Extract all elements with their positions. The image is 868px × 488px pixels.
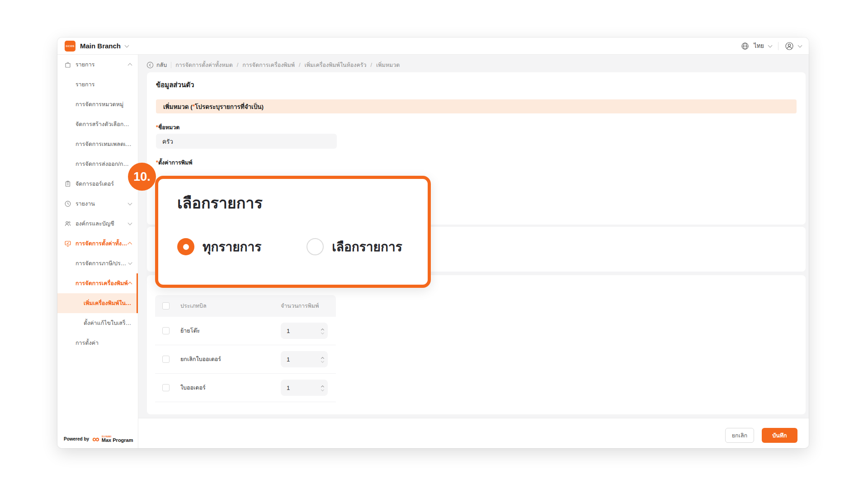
sidebar-item-menu-template[interactable]: การจัดการเทมเพลตเมนู	[57, 134, 138, 154]
bill-type-name: ใบออเดอร์	[177, 383, 281, 392]
print-count-stepper[interactable]: 1	[281, 351, 328, 367]
sidebar-item-items[interactable]: รายการ	[57, 55, 138, 75]
section-title: ข้อมูลส่วนตัว	[156, 80, 194, 90]
sidebar-item-reports[interactable]: รายงาน	[57, 194, 138, 214]
user-avatar-icon[interactable]	[785, 42, 794, 51]
table-row: ยกเลิกใบออเดอร์ 1	[155, 345, 336, 374]
max-program-logo-icon: ∞	[92, 436, 99, 442]
account-chevron-down-icon[interactable]	[798, 43, 802, 47]
radio-option-all-items[interactable]: ทุกรายการ	[177, 237, 261, 257]
sidebar-item-label: การจัดการเครื่องพิมพ์	[75, 279, 128, 288]
breadcrumb-separator: /	[371, 62, 372, 68]
radio-unselected-icon[interactable]	[307, 238, 324, 255]
language-label[interactable]: ไทย	[754, 41, 764, 51]
radio-label: เลือกรายการ	[332, 237, 402, 257]
clipboard-icon	[64, 180, 71, 188]
stepper-value: 1	[287, 356, 290, 363]
print-settings-label: *ตั้งค่าการพิมพ์	[156, 158, 193, 167]
step-number-badge: 10.	[128, 163, 156, 191]
topbar-right: ไทย	[741, 41, 802, 51]
row-checkbox[interactable]	[162, 356, 170, 363]
topbar: GCOS Main Branch ไทย	[57, 38, 809, 55]
sidebar-item-product-options[interactable]: จัดการสร้างตัวเลือกสินค้า	[57, 114, 138, 134]
column-header-print-count: จำนวนการพิมพ์	[281, 301, 336, 310]
page-canvas: GCOS Main Branch ไทย	[0, 0, 868, 488]
stepper-value: 1	[287, 385, 290, 391]
topbar-divider	[778, 42, 778, 50]
print-count-stepper[interactable]: 1	[281, 323, 328, 339]
stepper-down-icon[interactable]	[321, 388, 324, 391]
sidebar-item-label: การจัดการภาษี/ประเภ...	[75, 259, 129, 268]
back-label: กลับ	[156, 61, 167, 70]
sidebar-item-order-management[interactable]: จัดการออร์เดอร์	[57, 174, 138, 194]
language-chevron-down-icon[interactable]	[768, 43, 773, 47]
callout-title: เลือกรายการ	[177, 191, 263, 215]
stepper-value: 1	[287, 328, 290, 334]
breadcrumb-item[interactable]: การจัดการตั้งค่าทั้งหมด	[175, 61, 233, 70]
chevron-down-icon	[128, 201, 132, 206]
radio-selected-icon[interactable]	[177, 238, 194, 255]
breadcrumb: กลับ การจัดการตั้งค่าทั้งหมด / การจัดการ…	[146, 60, 400, 70]
sidebar-item-receipt-edit-settings[interactable]: ตั้งค่าแก้ไขใบเสร็จแล...	[57, 313, 138, 333]
print-count-stepper[interactable]: 1	[281, 380, 328, 396]
sidebar-item-item-list[interactable]: รายการ	[57, 75, 138, 94]
column-header-bill-type: ประเภทบิล	[177, 301, 281, 310]
table-row: ใบออเดอร์ 1	[155, 374, 336, 402]
category-name-input[interactable]	[156, 134, 337, 149]
table-header-row: ประเภทบิล จำนวนการพิมพ์	[155, 295, 336, 317]
sidebar-item-label: ตั้งค่าแก้ไขใบเสร็จแล...	[84, 319, 132, 328]
sidebar-item-category-management[interactable]: การจัดการหมวดหมู่	[57, 94, 138, 114]
sidebar-item-add-kitchen-printer[interactable]: เพิ่มเครื่องพิมพ์ในห้อง...	[57, 293, 138, 313]
chevron-up-icon	[128, 282, 132, 286]
bag-icon	[64, 61, 71, 68]
brand-name: Max Program	[102, 438, 133, 443]
table-row: ย้ายโต๊ะ 1	[155, 317, 336, 345]
powered-by-text: Powered by	[64, 436, 89, 441]
bill-type-name: ยกเลิกใบออเดอร์	[177, 355, 281, 364]
breadcrumb-divider	[171, 62, 171, 68]
globe-icon[interactable]	[741, 42, 749, 50]
branch-chevron-down-icon[interactable]	[125, 43, 129, 47]
sidebar-item-all-settings[interactable]: การจัดการตั้งค่าทั้งหมด	[57, 234, 138, 253]
sidebar-item-label: รายงาน	[75, 199, 95, 208]
sidebar-item-label: องค์กรและบัญชี	[75, 219, 114, 228]
stepper-down-icon[interactable]	[321, 331, 324, 334]
tutorial-callout-box: เลือกรายการ ทุกรายการ เลือกรายการ	[155, 176, 431, 288]
sidebar-item-label: จัดการสร้างตัวเลือกสินค้า	[75, 120, 132, 129]
sidebar-item-tax-type-management[interactable]: การจัดการภาษี/ประเภ...	[57, 253, 138, 273]
sidebar-item-printer-management[interactable]: การจัดการเครื่องพิมพ์	[57, 273, 138, 293]
breadcrumb-item[interactable]: เพิ่มหมวด	[376, 61, 400, 70]
back-icon	[146, 61, 154, 69]
row-checkbox[interactable]	[162, 384, 170, 391]
sidebar-item-settings[interactable]: การตั้งค่า	[57, 333, 138, 353]
select-all-checkbox[interactable]	[162, 302, 170, 310]
banner-text: เพิ่มหมวด (	[163, 102, 193, 112]
app-window: GCOS Main Branch ไทย	[57, 38, 809, 448]
radio-label: ทุกรายการ	[203, 237, 261, 257]
sidebar-item-label: การจัดการตั้งค่าทั้งหมด	[75, 239, 128, 248]
chevron-up-icon	[128, 63, 132, 68]
footer-bar: ยกเลิก บันทึก	[138, 418, 809, 448]
sidebar-item-organization-accounts[interactable]: องค์กรและบัญชี	[57, 214, 138, 234]
chevron-down-icon	[128, 221, 132, 225]
app-logo: GCOS	[65, 41, 75, 52]
sidebar-menu: รายการ รายการ การจัดการหมวดหมู่ จัดการสร…	[57, 55, 138, 353]
breadcrumb-item[interactable]: เพิ่มเครื่องพิมพ์ในห้องครัว	[304, 61, 366, 70]
sidebar-item-label: การจัดการเทมเพลตเมนู	[75, 140, 132, 149]
team-icon	[64, 220, 71, 227]
radio-option-select-items[interactable]: เลือกรายการ	[307, 237, 402, 257]
cancel-button[interactable]: ยกเลิก	[725, 428, 754, 443]
back-button[interactable]: กลับ	[146, 61, 167, 70]
sidebar-item-label: จัดการออร์เดอร์	[75, 179, 114, 188]
sidebar-item-label: การจัดการหมวดหมู่	[75, 100, 123, 109]
row-checkbox[interactable]	[162, 327, 170, 334]
bill-type-name: ย้ายโต๊ะ	[177, 326, 281, 335]
print-scope-radio-group: ทุกรายการ เลือกรายการ	[177, 237, 402, 257]
stepper-down-icon[interactable]	[321, 360, 324, 363]
sidebar-item-export-distribution[interactable]: การจัดการส่งออก/กระจาย...	[57, 154, 138, 174]
save-button[interactable]: บันทึก	[762, 428, 797, 443]
active-menu-indicator	[137, 273, 138, 313]
branch-name: Main Branch	[80, 42, 121, 50]
breadcrumb-item[interactable]: การจัดการเครื่องพิมพ์	[242, 61, 295, 70]
breadcrumb-separator: /	[299, 62, 300, 68]
